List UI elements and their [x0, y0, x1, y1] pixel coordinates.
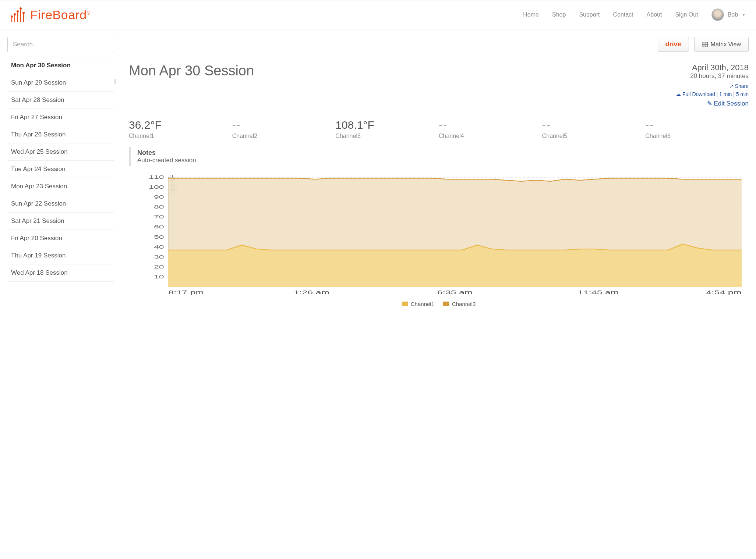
channel-label: Channel4 [439, 133, 542, 139]
channel-label: Channel3 [335, 133, 439, 139]
sidebar-session-item[interactable]: Tue Apr 24 Session [7, 161, 114, 178]
channel-readouts: 36.2°FChannel1--Channel2108.1°FChannel3-… [129, 119, 749, 139]
nav-support[interactable]: Support [579, 11, 600, 18]
temperature-chart[interactable]: 102030405060708090100110Degrees F8:17 pm… [129, 175, 749, 296]
svg-text:10: 10 [154, 274, 164, 279]
avatar [711, 8, 724, 21]
nav-links: Home Shop Support Contact About Sign Out… [523, 8, 746, 21]
svg-text:1:26 am: 1:26 am [294, 290, 329, 296]
sidebar-session-item[interactable]: Mon Apr 30 Session [7, 57, 114, 74]
notes-block: Notes Auto-created session [129, 147, 749, 166]
cloud-download-icon: ☁ [676, 91, 681, 97]
channel-label: Channel2 [232, 133, 336, 139]
svg-point-7 [20, 8, 21, 9]
session-date: April 30th, 2018 [676, 63, 749, 72]
search-input[interactable] [7, 37, 114, 52]
session-meta: April 30th, 2018 20 hours, 37 minutes ↗ … [676, 63, 749, 108]
logo-text: FireBoard® [30, 8, 90, 22]
svg-text:4:54 pm: 4:54 pm [706, 290, 742, 296]
svg-text:70: 70 [154, 214, 164, 220]
sidebar-session-item[interactable]: Sun Apr 29 Session [7, 74, 114, 92]
sidebar-session-item[interactable]: Fri Apr 20 Session [7, 230, 114, 247]
svg-text:100: 100 [149, 184, 164, 189]
chart-legend: Channel1 Channel3 [129, 301, 749, 307]
drive-button[interactable]: drive [658, 37, 689, 52]
logo-icon [10, 7, 27, 22]
chevron-down-icon: ▼ [742, 13, 746, 17]
share-link[interactable]: ↗ Share [729, 83, 749, 89]
channel-readout: 36.2°FChannel1 [129, 119, 232, 139]
sidebar-session-item[interactable]: Sat Apr 21 Session [7, 213, 114, 230]
user-menu[interactable]: Bob ▼ [711, 8, 746, 21]
svg-text:8:17 pm: 8:17 pm [168, 290, 204, 296]
svg-point-3 [14, 14, 15, 15]
download-5min-link[interactable]: 5 min [736, 91, 749, 97]
page-title: Mon Apr 30 Session [129, 63, 254, 79]
sidebar-session-item[interactable]: Wed Apr 18 Session [7, 264, 114, 282]
svg-text:110: 110 [149, 175, 164, 180]
scroll-indicator[interactable] [114, 79, 116, 84]
nav-signout[interactable]: Sign Out [675, 11, 698, 18]
sidebar-session-item[interactable]: Thu Apr 19 Session [7, 247, 114, 264]
channel-readout: 108.1°FChannel3 [335, 119, 439, 139]
session-duration: 20 hours, 37 minutes [676, 72, 749, 80]
svg-point-9 [23, 12, 24, 14]
svg-text:40: 40 [154, 244, 164, 249]
channel-value: -- [542, 119, 646, 131]
download-1min-link[interactable]: 1 min [719, 91, 732, 97]
channel-readout: --Channel6 [645, 119, 749, 139]
main-panel: drive Matrix View Mon Apr 30 Session Apr… [129, 37, 756, 307]
channel-readout: --Channel2 [232, 119, 336, 139]
channel-value: -- [439, 119, 542, 131]
channel-readout: --Channel4 [439, 119, 542, 139]
edit-session-link[interactable]: ✎ Edit Session [707, 100, 749, 107]
svg-text:30: 30 [154, 254, 164, 259]
svg-text:50: 50 [154, 234, 164, 239]
session-list: Mon Apr 30 SessionSun Apr 29 SessionSat … [7, 57, 114, 282]
sidebar-session-item[interactable]: Thu Apr 26 Session [7, 126, 114, 143]
nav-home[interactable]: Home [523, 11, 539, 18]
user-name: Bob [728, 11, 738, 18]
channel-value: -- [232, 119, 336, 131]
full-download-link[interactable]: Full Download [682, 91, 715, 97]
notes-body: Auto-created session [137, 157, 749, 164]
svg-text:20: 20 [154, 264, 164, 269]
svg-text:60: 60 [154, 224, 164, 229]
top-nav: FireBoard® Home Shop Support Contact Abo… [0, 0, 756, 29]
sidebar: Mon Apr 30 SessionSun Apr 29 SessionSat … [7, 37, 114, 307]
svg-text:11:45 am: 11:45 am [578, 290, 619, 296]
svg-text:90: 90 [154, 194, 164, 199]
channel-value: 36.2°F [129, 119, 232, 131]
channel-value: -- [645, 119, 749, 131]
sidebar-session-item[interactable]: Sat Apr 28 Session [7, 92, 114, 109]
nav-about[interactable]: About [647, 11, 662, 18]
svg-point-1 [11, 16, 13, 17]
svg-text:80: 80 [154, 204, 164, 209]
channel-label: Channel6 [645, 133, 749, 139]
channel-readout: --Channel5 [542, 119, 646, 139]
grid-icon [702, 42, 708, 47]
channel-value: 108.1°F [335, 119, 439, 131]
legend-channel1[interactable]: Channel1 [402, 301, 434, 307]
sidebar-session-item[interactable]: Wed Apr 25 Session [7, 143, 114, 161]
sidebar-session-item[interactable]: Sun Apr 22 Session [7, 195, 114, 213]
channel-label: Channel5 [542, 133, 646, 139]
notes-title: Notes [137, 149, 749, 157]
nav-shop[interactable]: Shop [552, 11, 566, 18]
sidebar-session-item[interactable]: Fri Apr 27 Session [7, 109, 114, 126]
svg-text:6:35 am: 6:35 am [437, 290, 473, 296]
matrix-view-button[interactable]: Matrix View [694, 37, 749, 52]
channel-label: Channel1 [129, 133, 232, 139]
chart-container: 102030405060708090100110Degrees F8:17 pm… [129, 175, 749, 307]
sidebar-session-item[interactable]: Mon Apr 23 Session [7, 178, 114, 195]
nav-contact[interactable]: Contact [613, 11, 633, 18]
svg-point-5 [17, 11, 18, 12]
legend-channel3[interactable]: Channel3 [443, 301, 476, 307]
logo[interactable]: FireBoard® [10, 7, 90, 22]
